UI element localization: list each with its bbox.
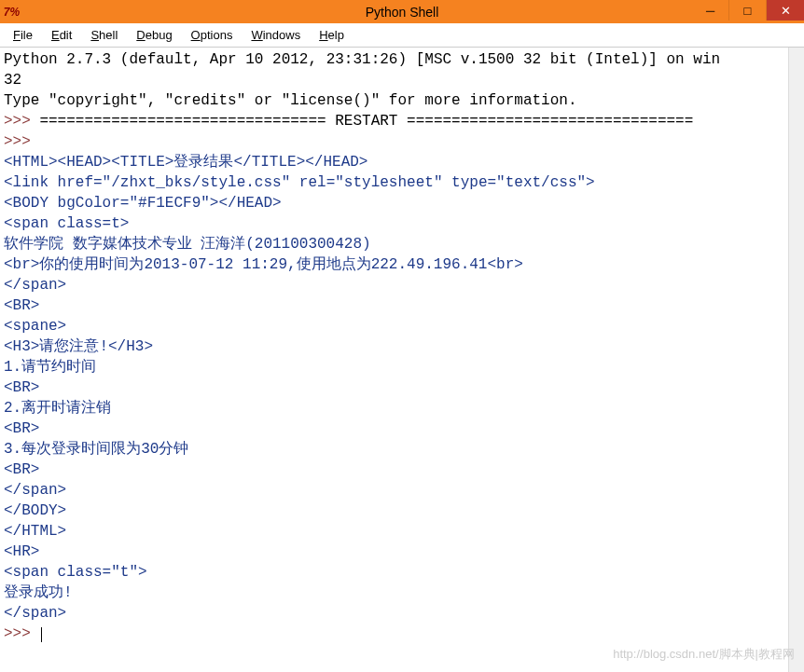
window-controls: ─ □ ✕ (692, 0, 804, 21)
menu-windows[interactable]: Windows (242, 26, 310, 44)
output-line: </span> (4, 480, 800, 501)
window-titlebar[interactable]: 7% Python Shell ─ □ ✕ (0, 0, 804, 23)
menu-help[interactable]: Help (310, 26, 353, 44)
watermark-text: http://blog.csdn.net/脚本典|教程网 (613, 644, 795, 665)
output-line: <link href="/zhxt_bks/style.css" rel="st… (4, 172, 800, 193)
output-line: <HR> (4, 542, 800, 562)
output-line: 3.每次登录时间限为30分钟 (4, 439, 800, 459)
python-version-line1: Python 2.7.3 (default, Apr 10 2012, 23:3… (4, 49, 800, 70)
output-line: </HTML> (4, 521, 800, 542)
output-line: <BR> (4, 295, 800, 316)
python-version-line2: 32 (4, 70, 800, 90)
menu-bar: File Edit Shell Debug Options Windows He… (0, 23, 804, 48)
minimize-button[interactable]: ─ (692, 0, 729, 21)
output-line: 登录成功! (4, 583, 800, 603)
menu-debug[interactable]: Debug (127, 26, 181, 44)
output-line: <HTML><HEAD><TITLE>登录结果</TITLE></HEAD> (4, 152, 800, 172)
output-line: <BODY bgColor="#F1ECF9"></HEAD> (4, 193, 800, 213)
python-info-line: Type "copyright", "credits" or "license(… (4, 90, 800, 111)
window-title: Python Shell (366, 5, 439, 20)
menu-shell[interactable]: Shell (81, 26, 127, 44)
output-line: 2.离开时请注销 (4, 398, 800, 418)
app-icon: 7% (0, 0, 23, 23)
menu-options[interactable]: Options (182, 26, 243, 44)
empty-prompt-1: >>> (4, 131, 800, 152)
shell-output-area[interactable]: Python 2.7.3 (default, Apr 10 2012, 23:3… (0, 48, 804, 672)
output-line: </BODY> (4, 501, 800, 521)
output-line: 软件学院 数字媒体技术专业 汪海洋(201100300428) (4, 234, 800, 254)
output-line: <H3>请您注意!</H3> (4, 336, 800, 357)
restart-line: >>> ================================ RES… (4, 111, 800, 131)
maximize-button[interactable]: □ (729, 0, 767, 21)
vertical-scrollbar[interactable] (788, 48, 804, 672)
active-prompt[interactable]: >>> (4, 624, 800, 644)
output-line: </span> (4, 603, 800, 624)
output-line: <BR> (4, 377, 800, 398)
output-line: <BR> (4, 459, 800, 480)
output-line: <br>你的使用时间为2013-07-12 11:29,使用地点为222.49.… (4, 254, 800, 275)
menu-edit[interactable]: Edit (42, 26, 81, 44)
output-line: <span class="t"> (4, 562, 800, 583)
output-line: 1.请节约时间 (4, 357, 800, 377)
output-line: <span class=t> (4, 213, 800, 234)
cursor-icon (41, 627, 42, 642)
output-line: <spane> (4, 316, 800, 336)
close-button[interactable]: ✕ (767, 0, 804, 21)
output-line: </span> (4, 275, 800, 295)
output-line: <BR> (4, 418, 800, 439)
menu-file[interactable]: File (4, 26, 42, 44)
